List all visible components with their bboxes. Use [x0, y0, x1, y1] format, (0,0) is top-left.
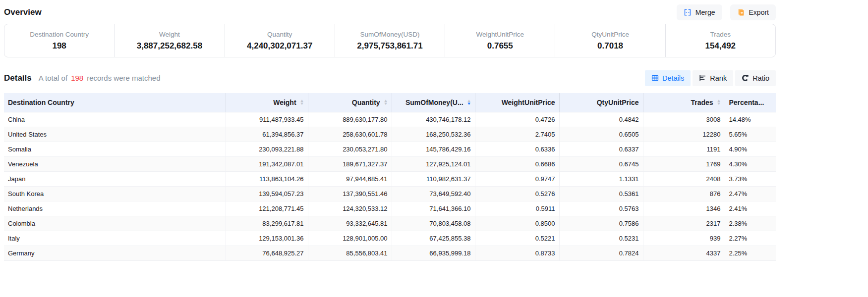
sort-carets[interactable]: ▲▼: [384, 99, 388, 105]
table-cell: Colombia: [4, 216, 226, 231]
stat-value: 2,975,753,861.71: [357, 41, 422, 51]
table-cell: 2.38%: [725, 216, 776, 231]
table-cell: 5.65%: [725, 127, 776, 142]
table-cell: 0.4842: [559, 112, 643, 127]
table-cell: Venezuela: [4, 156, 226, 171]
view-switcher: DetailsRankRatio: [645, 70, 776, 86]
table-cell: 137,390,551.46: [308, 186, 392, 201]
record-count: 198: [71, 74, 83, 82]
sort-desc-icon[interactable]: ▼: [716, 102, 721, 105]
export-icon: [737, 8, 745, 16]
table-cell: 0.6686: [475, 156, 559, 171]
table-cell: 2.25%: [725, 246, 776, 260]
stat-label: Weight: [159, 31, 180, 38]
table-cell: 191,342,087.01: [226, 156, 308, 171]
column-header-qtyunitprice: QtyUnitPrice: [559, 93, 643, 112]
table-cell: 124,320,533.12: [308, 201, 392, 216]
sort-desc-icon[interactable]: ▼: [299, 102, 304, 105]
column-header-sumofmoney-u[interactable]: SumOfMoney(U...▲▼: [392, 93, 475, 112]
table-cell: 83,299,617.81: [226, 216, 308, 231]
table-header-row: Destination CountryWeight▲▼Quantity▲▼Sum…: [4, 93, 776, 112]
table-cell: 0.6745: [559, 156, 643, 171]
sort-desc-icon[interactable]: ▼: [466, 102, 471, 105]
table-cell: 93,332,645.81: [308, 216, 392, 231]
stat-value: 154,492: [705, 41, 736, 51]
table-row: Germany76,648,925.2785,556,803.4166,935,…: [4, 246, 776, 260]
sort-desc-icon[interactable]: ▼: [383, 102, 388, 105]
column-header-trades[interactable]: Trades▲▼: [643, 93, 725, 112]
sort-carets[interactable]: ▲▼: [300, 99, 304, 105]
column-header-label: Weight: [273, 99, 296, 106]
page: Overview Merge Export Destination Countr…: [4, 0, 776, 261]
stat-cell-destination-country: Destination Country198: [4, 24, 115, 57]
table-cell: 0.7824: [559, 246, 643, 260]
view-button-rank[interactable]: Rank: [693, 70, 733, 86]
column-header-label: Trades: [691, 99, 713, 106]
table-cell: 0.6337: [559, 142, 643, 156]
table-cell: 110,982,631.37: [392, 171, 475, 186]
view-button-ratio[interactable]: Ratio: [735, 70, 776, 86]
sort-carets[interactable]: ▲▼: [717, 99, 721, 105]
table-cell: 889,630,177.80: [308, 112, 392, 127]
table-cell: 0.4726: [475, 112, 559, 127]
table-cell: 430,746,178.12: [392, 112, 475, 127]
view-button-label: Details: [662, 74, 684, 82]
table-cell: 3008: [643, 112, 725, 127]
table-cell: 4337: [643, 246, 725, 260]
table-cell: 2.47%: [725, 186, 776, 201]
table-cell: 67,425,855.38: [392, 231, 475, 246]
stat-label: Quantity: [267, 31, 292, 38]
table-cell: 1191: [643, 142, 725, 156]
table-cell: 0.8733: [475, 246, 559, 260]
table-cell: 145,786,429.16: [392, 142, 475, 156]
table-row: South Korea139,594,057.23137,390,551.467…: [4, 186, 776, 201]
overview-header: Overview Merge Export: [4, 0, 776, 24]
view-button-details[interactable]: Details: [645, 70, 691, 86]
stat-value: 0.7018: [597, 41, 623, 51]
table-cell: Somalia: [4, 142, 226, 156]
stat-label: QtyUnitPrice: [591, 31, 629, 38]
table-row: Venezuela191,342,087.01189,671,327.37127…: [4, 156, 776, 171]
column-header-weight[interactable]: Weight▲▼: [226, 93, 308, 112]
table-cell: China: [4, 112, 226, 127]
table-cell: 876: [643, 186, 725, 201]
stat-cell-qtyunitprice: QtyUnitPrice0.7018: [555, 24, 665, 57]
table-cell: 0.5763: [559, 201, 643, 216]
stat-value: 4,240,302,071.37: [247, 41, 312, 51]
column-header-label: Quantity: [352, 99, 380, 106]
table-cell: 230,093,221.88: [226, 142, 308, 156]
table-cell: 66,935,999.18: [392, 246, 475, 260]
stat-cell-quantity: Quantity4,240,302,071.37: [225, 24, 335, 57]
merge-button[interactable]: Merge: [677, 4, 722, 20]
details-table: Destination CountryWeight▲▼Quantity▲▼Sum…: [4, 93, 776, 261]
table-cell: 0.5231: [559, 231, 643, 246]
column-header-percenta: Percenta...: [725, 93, 776, 112]
column-header-label: SumOfMoney(U...: [405, 99, 463, 106]
column-header-quantity[interactable]: Quantity▲▼: [308, 93, 392, 112]
rank-bars-icon: [699, 74, 706, 82]
table-cell: 2317: [643, 216, 725, 231]
sort-carets[interactable]: ▲▼: [467, 99, 471, 105]
table-cell: 0.5276: [475, 186, 559, 201]
table-cell: Italy: [4, 231, 226, 246]
page-title: Overview: [4, 7, 42, 17]
table-cell: 0.5361: [559, 186, 643, 201]
export-button[interactable]: Export: [730, 4, 776, 20]
view-button-label: Rank: [710, 74, 727, 82]
table-row: Italy129,153,001.36128,901,005.0067,425,…: [4, 231, 776, 246]
details-summary: Details A total of198records were matche…: [4, 73, 161, 83]
table-cell: 2.7405: [475, 127, 559, 142]
details-header: Details A total of198records were matche…: [4, 70, 776, 86]
stat-value: 0.7655: [487, 41, 513, 51]
details-table-wrap: Destination CountryWeight▲▼Quantity▲▼Sum…: [4, 93, 776, 261]
stat-value: 3,887,252,682.58: [137, 41, 202, 51]
table-cell: 3.73%: [725, 171, 776, 186]
table-cell: 2408: [643, 171, 725, 186]
table-cell: South Korea: [4, 186, 226, 201]
overview-stats-bar: Destination Country198Weight3,887,252,68…: [4, 24, 776, 57]
table-icon: [651, 74, 659, 82]
export-button-label: Export: [749, 8, 769, 16]
table-cell: 121,208,771.45: [226, 201, 308, 216]
stat-label: WeightUnitPrice: [476, 31, 524, 38]
table-cell: 127,925,124.01: [392, 156, 475, 171]
